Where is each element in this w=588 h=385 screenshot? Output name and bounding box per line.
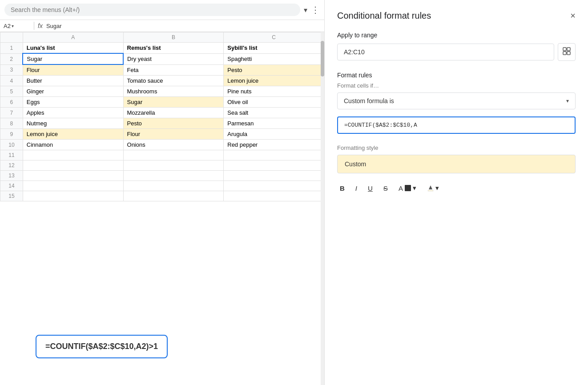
cell-b5[interactable]: Mushrooms xyxy=(123,86,224,97)
cell-a6[interactable]: Eggs xyxy=(23,97,123,108)
scrollbar[interactable] xyxy=(321,32,324,385)
highlight-arrow-icon: ▾ xyxy=(435,184,439,192)
cell-a13[interactable] xyxy=(23,171,123,181)
panel-header: Conditional format rules × xyxy=(337,11,576,21)
cell-b14[interactable] xyxy=(123,181,224,191)
cell-a15[interactable] xyxy=(23,191,123,201)
cell-c7[interactable]: Sea salt xyxy=(224,108,324,118)
cell-a8[interactable]: Nutmeg xyxy=(23,118,123,129)
cell-b9[interactable]: Flour xyxy=(123,129,224,140)
cell-a14[interactable] xyxy=(23,181,123,191)
range-input-row xyxy=(337,43,576,61)
row-num-8: 8 xyxy=(0,118,23,129)
cell-b11[interactable] xyxy=(123,150,224,160)
scrollbar-thumb[interactable] xyxy=(321,41,324,76)
highlight-color-button[interactable]: ▾ xyxy=(424,182,442,194)
grid-icon-button[interactable] xyxy=(558,43,576,61)
row-num-15: 15 xyxy=(0,191,23,201)
cell-a10[interactable]: Cinnamon xyxy=(23,140,123,150)
cell-c13[interactable] xyxy=(224,171,324,181)
cell-c12[interactable] xyxy=(224,160,324,171)
underline-button[interactable]: U xyxy=(365,183,375,194)
cell-a5[interactable]: Ginger xyxy=(23,86,123,97)
cell-c5[interactable]: Pine nuts xyxy=(224,86,324,97)
chevron-down-btn[interactable]: ▾ xyxy=(304,6,307,14)
style-preview-box: Custom xyxy=(337,155,576,173)
header-remus[interactable]: Remus's list xyxy=(123,43,224,54)
row-num-2: 2 xyxy=(0,53,23,64)
italic-button[interactable]: I xyxy=(353,183,360,194)
cell-a11[interactable] xyxy=(23,150,123,160)
cell-c14[interactable] xyxy=(224,181,324,191)
close-button[interactable]: × xyxy=(570,11,576,21)
cell-c11[interactable] xyxy=(224,150,324,160)
cell-a2[interactable]: Sugar xyxy=(23,53,123,64)
custom-formula-input[interactable] xyxy=(337,116,576,134)
cell-b15[interactable] xyxy=(123,191,224,201)
table-row: 10CinnamonOnionsRed pepper xyxy=(0,140,324,150)
font-color-arrow: ▾ xyxy=(413,184,416,192)
cell-c2[interactable]: Spaghetti xyxy=(224,53,324,64)
style-preview-text: Custom xyxy=(345,160,366,168)
row-num-11: 11 xyxy=(0,150,23,160)
cell-c8[interactable]: Parmesan xyxy=(224,118,324,129)
callout-formula-text: =COUNTIF($A$2:$C$10,A2)>1 xyxy=(45,342,158,351)
cell-b6[interactable]: Sugar xyxy=(123,97,224,108)
cell-ref-value: A2 xyxy=(4,23,11,29)
more-options-btn[interactable]: ⋮ xyxy=(311,4,320,15)
cell-a12[interactable] xyxy=(23,160,123,171)
row-num-10: 10 xyxy=(0,140,23,150)
cell-b12[interactable] xyxy=(123,160,224,171)
cell-b13[interactable] xyxy=(123,171,224,181)
cell-reference[interactable]: A2 ▾ xyxy=(4,23,30,29)
row-num-14: 14 xyxy=(0,181,23,191)
cell-c15[interactable] xyxy=(224,191,324,201)
col-header-c: C xyxy=(224,32,324,43)
table-row: 8NutmegPestoParmesan xyxy=(0,118,324,129)
strikethrough-button[interactable]: S xyxy=(381,183,391,194)
spreadsheet-area: Search the menus (Alt+/) ▾ ⋮ A2 ▾ fx Sug… xyxy=(0,0,325,385)
range-input[interactable] xyxy=(337,44,554,60)
cell-c3[interactable]: Pesto xyxy=(224,64,324,76)
bold-button[interactable]: B xyxy=(337,183,347,194)
table-row: 5GingerMushroomsPine nuts xyxy=(0,86,324,97)
cell-a3[interactable]: Flour xyxy=(23,64,123,76)
cell-b8[interactable]: Pesto xyxy=(123,118,224,129)
cell-a9[interactable]: Lemon juice xyxy=(23,129,123,140)
column-header-row: A B C xyxy=(0,32,324,43)
cell-b3[interactable]: Feta xyxy=(123,64,224,76)
format-cells-if-label: Format cells if… xyxy=(337,82,576,89)
cell-c9[interactable]: Arugula xyxy=(224,129,324,140)
font-color-button[interactable]: A ▾ xyxy=(396,182,419,194)
data-header-row: 1 Luna's list Remus's list Sybill's list xyxy=(0,43,324,54)
cell-ref-arrow-icon: ▾ xyxy=(12,24,14,28)
cell-a7[interactable]: Apples xyxy=(23,108,123,118)
cell-b2[interactable]: Dry yeast xyxy=(123,53,224,64)
cell-c10[interactable]: Red pepper xyxy=(224,140,324,150)
table-row: 3FlourFetaPesto xyxy=(0,64,324,76)
header-sybill[interactable]: Sybill's list xyxy=(224,43,324,54)
grid-container: A B C 1 Luna's list Remus's list Sybill'… xyxy=(0,32,324,385)
cell-c6[interactable]: Olive oil xyxy=(224,97,324,108)
formatting-toolbar: B I U S A ▾ ▾ xyxy=(337,179,576,197)
table-row: 14 xyxy=(0,181,324,191)
font-color-label: A xyxy=(399,184,403,192)
row-num-9: 9 xyxy=(0,129,23,140)
table-row: 9Lemon juiceFlourArugula xyxy=(0,129,324,140)
header-luna[interactable]: Luna's list xyxy=(23,43,123,54)
cell-b10[interactable]: Onions xyxy=(123,140,224,150)
row-num-6: 6 xyxy=(0,97,23,108)
search-box[interactable]: Search the menus (Alt+/) xyxy=(4,4,300,16)
cell-a4[interactable]: Butter xyxy=(23,76,123,86)
table-row: 11 xyxy=(0,150,324,160)
cell-b4[interactable]: Tomato sauce xyxy=(123,76,224,86)
formula-bar-value: Sugar xyxy=(46,23,62,29)
cell-c4[interactable]: Lemon juice xyxy=(224,76,324,86)
row-num-1: 1 xyxy=(0,43,23,54)
format-rules-label: Format rules xyxy=(337,72,576,79)
fx-icon: fx xyxy=(38,22,43,29)
formula-bar: A2 ▾ fx Sugar xyxy=(0,20,324,32)
formatting-style-label: Formatting style xyxy=(337,144,576,151)
cell-b7[interactable]: Mozzarella xyxy=(123,108,224,118)
format-condition-dropdown[interactable]: Custom formula is ▾ xyxy=(337,92,576,109)
